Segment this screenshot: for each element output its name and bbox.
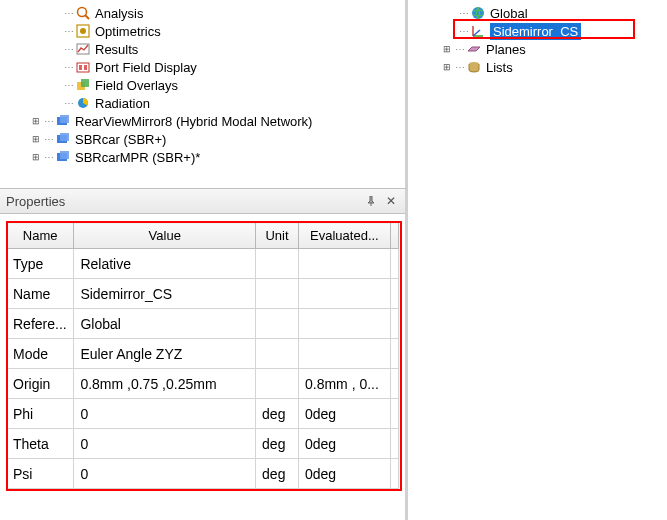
cell-eval: 0deg — [298, 399, 390, 429]
cell-eval — [298, 249, 390, 279]
tree-label: Results — [95, 42, 138, 57]
tree-guide-icon: ⋯ — [459, 8, 468, 19]
cell-eval: 0deg — [298, 459, 390, 489]
cell-eval — [298, 279, 390, 309]
tree-guide-icon: ⋯ — [44, 152, 53, 163]
cell-value[interactable]: 0.8mm ,0.75 ,0.25mm — [74, 369, 256, 399]
tree-guide-icon: ⋯ — [64, 80, 73, 91]
cell-value[interactable]: 0 — [74, 459, 256, 489]
model-icon — [55, 149, 71, 165]
cell-value[interactable]: Euler Angle ZYZ — [74, 339, 256, 369]
expand-icon[interactable]: ⊞ — [30, 115, 42, 127]
field-overlays-icon — [75, 77, 91, 93]
table-row[interactable]: NameSidemirror_CS — [7, 279, 399, 309]
svg-rect-12 — [60, 115, 69, 123]
table-row[interactable]: TypeRelative — [7, 249, 399, 279]
cell-value[interactable]: Relative — [74, 249, 256, 279]
radiation-icon — [75, 95, 91, 111]
table-row[interactable]: ModeEuler Angle ZYZ — [7, 339, 399, 369]
svg-rect-14 — [60, 133, 69, 141]
tree-guide-icon: ⋯ — [64, 44, 73, 55]
pin-icon[interactable] — [363, 193, 379, 209]
svg-point-3 — [80, 28, 86, 34]
results-icon — [75, 41, 91, 57]
cell-unit[interactable] — [256, 309, 299, 339]
cell-tail — [390, 279, 398, 309]
cell-tail — [390, 309, 398, 339]
tree-guide-icon: ⋯ — [455, 62, 464, 73]
svg-point-17 — [472, 7, 484, 19]
cell-tail — [390, 399, 398, 429]
table-row[interactable]: Psi0deg0deg — [7, 459, 399, 489]
svg-rect-7 — [84, 65, 87, 70]
tree-label: Optimetrics — [95, 24, 161, 39]
cell-value[interactable]: 0 — [74, 399, 256, 429]
cell-tail — [390, 249, 398, 279]
cell-tail — [390, 459, 398, 489]
properties-grid-wrap: Name Value Unit Evaluated... TypeRelativ… — [0, 214, 405, 520]
tree-item-sbrcar[interactable]: ⊞ ⋯ SBRcar (SBR+) — [0, 130, 405, 148]
col-name[interactable]: Name — [7, 223, 74, 249]
tree-item-port-field[interactable]: ⋯ Port Field Display — [0, 58, 405, 76]
port-field-icon — [75, 59, 91, 75]
tree-guide-icon: ⋯ — [455, 44, 464, 55]
tree-item-field-overlays[interactable]: ⋯ Field Overlays — [0, 76, 405, 94]
tree-item-optimetrics[interactable]: ⋯ Optimetrics — [0, 22, 405, 40]
svg-line-1 — [85, 15, 89, 19]
properties-table: Name Value Unit Evaluated... TypeRelativ… — [6, 222, 399, 489]
col-tail — [390, 223, 398, 249]
annotation-highlight — [453, 19, 635, 39]
cell-unit[interactable]: deg — [256, 429, 299, 459]
tree-label: RearViewMirror8 (Hybrid Modal Network) — [75, 114, 312, 129]
tree-item-sbrcarmpr[interactable]: ⊞ ⋯ SBRcarMPR (SBR+)* — [0, 148, 405, 166]
table-row[interactable]: Phi0deg0deg — [7, 399, 399, 429]
table-row[interactable]: Refere...Global — [7, 309, 399, 339]
cell-name: Theta — [7, 429, 74, 459]
col-value[interactable]: Value — [74, 223, 256, 249]
cell-unit[interactable]: deg — [256, 459, 299, 489]
expand-icon[interactable]: ⊞ — [30, 151, 42, 163]
cell-name: Mode — [7, 339, 74, 369]
cell-tail — [390, 429, 398, 459]
expand-icon[interactable]: ⊞ — [441, 61, 453, 73]
cell-value[interactable]: Sidemirror_CS — [74, 279, 256, 309]
tree-guide-icon: ⋯ — [44, 116, 53, 127]
cell-value[interactable]: Global — [74, 309, 256, 339]
tree-item-radiation[interactable]: ⋯ Radiation — [0, 94, 405, 112]
model-icon — [55, 131, 71, 147]
svg-rect-6 — [79, 65, 82, 70]
right-tree-panel: ⋯ Global ⋯ Sidemirror_CS ⊞ ⋯ Planes ⊞ ⋯ … — [411, 0, 667, 520]
properties-header: Properties ✕ — [0, 189, 405, 214]
tree-item-planes[interactable]: ⊞ ⋯ Planes — [411, 40, 667, 58]
expand-icon[interactable]: ⊞ — [30, 133, 42, 145]
tree-item-analysis[interactable]: ⋯ Analysis — [0, 4, 405, 22]
svg-rect-9 — [81, 79, 89, 87]
properties-panel: Properties ✕ Name Value Unit Evaluated..… — [0, 188, 408, 520]
cell-value[interactable]: 0 — [74, 429, 256, 459]
cell-unit[interactable]: deg — [256, 399, 299, 429]
model-icon — [55, 113, 71, 129]
table-row[interactable]: Origin0.8mm ,0.75 ,0.25mm0.8mm , 0... — [7, 369, 399, 399]
cell-unit[interactable] — [256, 369, 299, 399]
tree-item-lists[interactable]: ⊞ ⋯ Lists — [411, 58, 667, 76]
tree-guide-icon: ⋯ — [44, 134, 53, 145]
expand-icon[interactable]: ⊞ — [441, 43, 453, 55]
tree-item-rearviewmirror8[interactable]: ⊞ ⋯ RearViewMirror8 (Hybrid Modal Networ… — [0, 112, 405, 130]
col-unit[interactable]: Unit — [256, 223, 299, 249]
cell-tail — [390, 339, 398, 369]
cell-eval — [298, 339, 390, 369]
table-row[interactable]: Theta0deg0deg — [7, 429, 399, 459]
tree-item-results[interactable]: ⋯ Results — [0, 40, 405, 58]
tree-label: Analysis — [95, 6, 143, 21]
tree-guide-icon: ⋯ — [64, 62, 73, 73]
tree-guide-icon: ⋯ — [64, 8, 73, 19]
table-header-row: Name Value Unit Evaluated... — [7, 223, 399, 249]
close-icon[interactable]: ✕ — [383, 193, 399, 209]
cell-unit[interactable] — [256, 279, 299, 309]
cell-name: Origin — [7, 369, 74, 399]
col-eval[interactable]: Evaluated... — [298, 223, 390, 249]
cell-eval: 0deg — [298, 429, 390, 459]
tree-label: Lists — [486, 60, 513, 75]
cell-unit[interactable] — [256, 249, 299, 279]
cell-unit[interactable] — [256, 339, 299, 369]
